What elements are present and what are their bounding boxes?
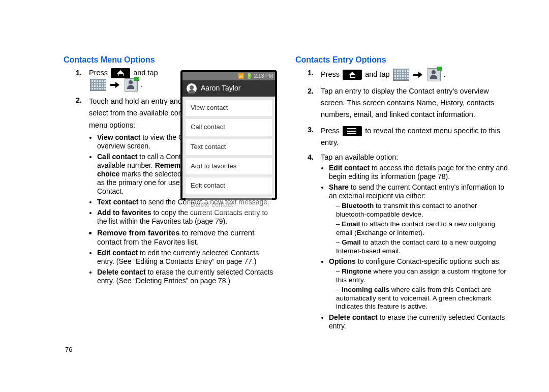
bullet-delete-contact: Delete contact to erase the currently se…: [97, 268, 277, 285]
page-number: 76: [65, 346, 72, 354]
sub-incoming-calls: Incoming calls where calls from this Con…: [336, 286, 509, 311]
text: Press: [321, 127, 340, 135]
sub-gmail: Gmail to attach the contact card to a ne…: [336, 238, 509, 255]
options-sublist: Ringtone where you can assign a custom r…: [329, 267, 509, 311]
bullet-share: Share to send the current Contact entry'…: [329, 183, 509, 255]
text: and tap: [133, 69, 158, 77]
sub-email: Email to attach the contact card to a ne…: [336, 220, 509, 237]
phone-title: Aaron Taylor: [201, 84, 240, 93]
sub-bluetooth: Bluetooth to transmit this contact to an…: [336, 202, 509, 219]
bullet-options: Options to configure Contact-specific op…: [329, 257, 509, 311]
apps-grid-icon: [393, 69, 409, 81]
wifi-icon: 📶: [238, 73, 244, 80]
right-column: Contacts Entry Options Press and tap . T…: [295, 55, 509, 335]
phone-time: 2:13 PM: [254, 73, 273, 80]
apps-grid-icon: [90, 79, 106, 91]
bullet-delete-contact: Delete contact to erase the currently se…: [329, 313, 509, 330]
text: Tap an available option:: [321, 153, 398, 161]
home-icon: [343, 70, 362, 80]
avatar-icon: [187, 83, 197, 94]
menu-icon: [343, 126, 362, 136]
phone-statusbar: 📶 🔋 2:13 PM: [182, 72, 275, 80]
phone-menu-item: Text contact: [186, 139, 272, 155]
right-step-4: Tap an available option: Edit contact to…: [295, 153, 509, 330]
contacts-app-icon: [428, 68, 441, 81]
home-icon: [111, 68, 130, 78]
right-step-2: Tap an entry to display the Contact entr…: [295, 85, 509, 121]
arrow-icon: [110, 81, 120, 88]
text: and tap: [365, 70, 389, 78]
arrow-icon: [413, 71, 423, 78]
phone-menu-item: Call contact: [186, 119, 272, 135]
left-column: Contacts Menu Options Press and tap . To…: [64, 55, 277, 289]
phone-mock: 📶 🔋 2:13 PM Aaron Taylor View contact Ca…: [180, 70, 277, 200]
phone-menu-item: Add to favorites: [186, 158, 272, 174]
contacts-app-icon: [125, 78, 138, 92]
battery-icon: 🔋: [246, 73, 252, 80]
bullet-edit-contact: Edit contact to access the details page …: [329, 164, 509, 181]
heading-contacts-menu: Contacts Menu Options: [64, 55, 277, 65]
right-steps: Press and tap . Tap an entry to display …: [295, 68, 509, 330]
bullet-edit-contact: Edit contact to edit the currently selec…: [97, 249, 277, 266]
phone-titlebar: Aaron Taylor: [182, 80, 275, 97]
sub-ringtone: Ringtone where you can assign a custom r…: [336, 267, 509, 284]
phone-menu-item: Delete contact: [186, 197, 272, 213]
heading-contacts-entry: Contacts Entry Options: [295, 55, 509, 65]
text: Press: [89, 69, 108, 77]
right-step-1: Press and tap .: [295, 68, 509, 81]
text: Press: [321, 70, 340, 78]
phone-menu-item: Edit contact: [186, 177, 272, 194]
bullet-remove-favorites: Remove from favorites to remove the curr…: [97, 228, 277, 247]
manual-page: Contacts Menu Options Press and tap . To…: [0, 0, 549, 392]
right-bullets: Edit contact to access the details page …: [321, 164, 509, 330]
right-step-3: Press to reveal the context menu specifi…: [295, 125, 509, 148]
phone-menu-item: View contact: [186, 100, 272, 116]
share-sublist: Bluetooth to transmit this contact to an…: [329, 202, 509, 255]
